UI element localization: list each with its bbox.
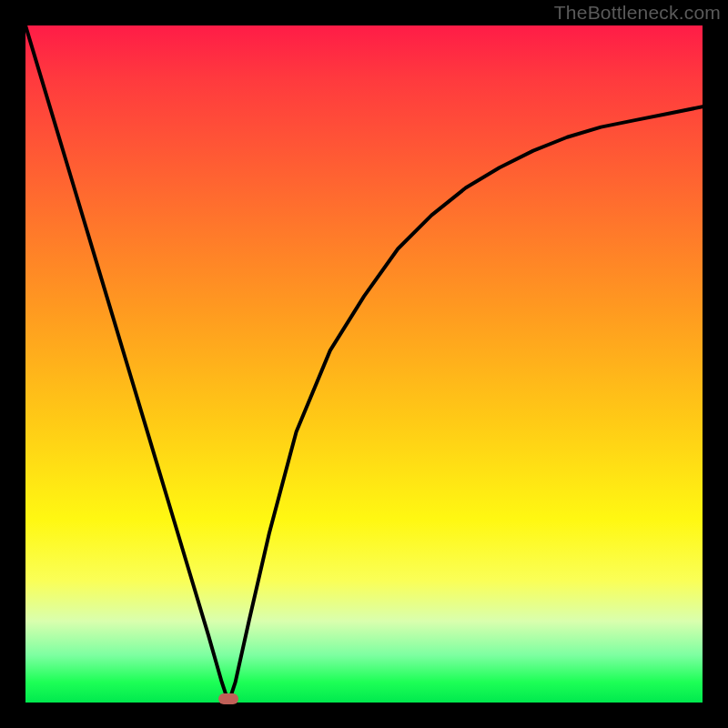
watermark-text: TheBottleneck.com [554,2,721,24]
minimum-marker [218,693,238,704]
chart-frame: TheBottleneck.com [0,0,728,728]
bottleneck-curve [25,25,703,703]
chart-plot-area [25,25,703,703]
